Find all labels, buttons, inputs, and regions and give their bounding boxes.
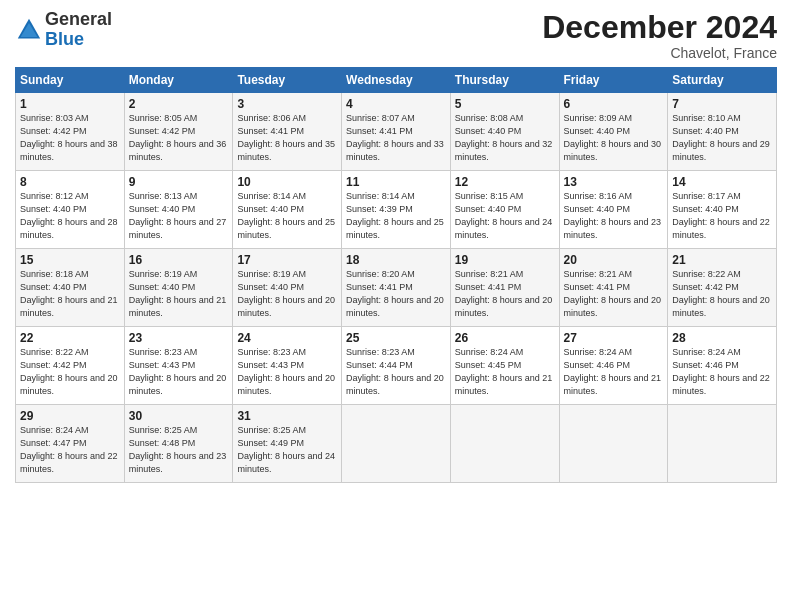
- day-info: Sunrise: 8:21 AM Sunset: 4:41 PM Dayligh…: [455, 268, 555, 320]
- calendar-cell: 13Sunrise: 8:16 AM Sunset: 4:40 PM Dayli…: [559, 171, 668, 249]
- calendar-cell: 11Sunrise: 8:14 AM Sunset: 4:39 PM Dayli…: [342, 171, 451, 249]
- day-info: Sunrise: 8:25 AM Sunset: 4:49 PM Dayligh…: [237, 424, 337, 476]
- calendar-table: Sunday Monday Tuesday Wednesday Thursday…: [15, 67, 777, 483]
- location: Chavelot, France: [542, 45, 777, 61]
- day-number: 26: [455, 331, 555, 345]
- calendar-cell: [668, 405, 777, 483]
- calendar-cell: 17Sunrise: 8:19 AM Sunset: 4:40 PM Dayli…: [233, 249, 342, 327]
- calendar-cell: 1Sunrise: 8:03 AM Sunset: 4:42 PM Daylig…: [16, 93, 125, 171]
- day-number: 21: [672, 253, 772, 267]
- day-number: 31: [237, 409, 337, 423]
- day-number: 13: [564, 175, 664, 189]
- day-number: 27: [564, 331, 664, 345]
- calendar-cell: 3Sunrise: 8:06 AM Sunset: 4:41 PM Daylig…: [233, 93, 342, 171]
- day-number: 11: [346, 175, 446, 189]
- calendar-cell: 5Sunrise: 8:08 AM Sunset: 4:40 PM Daylig…: [450, 93, 559, 171]
- calendar-cell: 28Sunrise: 8:24 AM Sunset: 4:46 PM Dayli…: [668, 327, 777, 405]
- day-number: 10: [237, 175, 337, 189]
- calendar-cell: 18Sunrise: 8:20 AM Sunset: 4:41 PM Dayli…: [342, 249, 451, 327]
- day-number: 28: [672, 331, 772, 345]
- day-info: Sunrise: 8:23 AM Sunset: 4:43 PM Dayligh…: [129, 346, 229, 398]
- day-info: Sunrise: 8:14 AM Sunset: 4:40 PM Dayligh…: [237, 190, 337, 242]
- calendar-cell: [450, 405, 559, 483]
- day-number: 19: [455, 253, 555, 267]
- day-number: 16: [129, 253, 229, 267]
- day-number: 29: [20, 409, 120, 423]
- calendar-cell: 26Sunrise: 8:24 AM Sunset: 4:45 PM Dayli…: [450, 327, 559, 405]
- col-friday: Friday: [559, 68, 668, 93]
- day-info: Sunrise: 8:09 AM Sunset: 4:40 PM Dayligh…: [564, 112, 664, 164]
- col-sunday: Sunday: [16, 68, 125, 93]
- day-number: 7: [672, 97, 772, 111]
- calendar-cell: 22Sunrise: 8:22 AM Sunset: 4:42 PM Dayli…: [16, 327, 125, 405]
- calendar-cell: 24Sunrise: 8:23 AM Sunset: 4:43 PM Dayli…: [233, 327, 342, 405]
- day-number: 23: [129, 331, 229, 345]
- calendar-cell: 29Sunrise: 8:24 AM Sunset: 4:47 PM Dayli…: [16, 405, 125, 483]
- calendar-cell: 14Sunrise: 8:17 AM Sunset: 4:40 PM Dayli…: [668, 171, 777, 249]
- day-info: Sunrise: 8:24 AM Sunset: 4:46 PM Dayligh…: [672, 346, 772, 398]
- header-row: Sunday Monday Tuesday Wednesday Thursday…: [16, 68, 777, 93]
- day-info: Sunrise: 8:14 AM Sunset: 4:39 PM Dayligh…: [346, 190, 446, 242]
- week-row-3: 22Sunrise: 8:22 AM Sunset: 4:42 PM Dayli…: [16, 327, 777, 405]
- calendar-cell: 19Sunrise: 8:21 AM Sunset: 4:41 PM Dayli…: [450, 249, 559, 327]
- day-info: Sunrise: 8:08 AM Sunset: 4:40 PM Dayligh…: [455, 112, 555, 164]
- title-block: December 2024 Chavelot, France: [542, 10, 777, 61]
- calendar-cell: 9Sunrise: 8:13 AM Sunset: 4:40 PM Daylig…: [124, 171, 233, 249]
- col-saturday: Saturday: [668, 68, 777, 93]
- calendar-cell: 27Sunrise: 8:24 AM Sunset: 4:46 PM Dayli…: [559, 327, 668, 405]
- day-number: 9: [129, 175, 229, 189]
- day-number: 1: [20, 97, 120, 111]
- month-title: December 2024: [542, 10, 777, 45]
- logo: General Blue: [15, 10, 112, 50]
- day-number: 25: [346, 331, 446, 345]
- day-info: Sunrise: 8:12 AM Sunset: 4:40 PM Dayligh…: [20, 190, 120, 242]
- day-info: Sunrise: 8:07 AM Sunset: 4:41 PM Dayligh…: [346, 112, 446, 164]
- day-info: Sunrise: 8:18 AM Sunset: 4:40 PM Dayligh…: [20, 268, 120, 320]
- day-number: 22: [20, 331, 120, 345]
- week-row-0: 1Sunrise: 8:03 AM Sunset: 4:42 PM Daylig…: [16, 93, 777, 171]
- day-info: Sunrise: 8:06 AM Sunset: 4:41 PM Dayligh…: [237, 112, 337, 164]
- calendar-cell: 20Sunrise: 8:21 AM Sunset: 4:41 PM Dayli…: [559, 249, 668, 327]
- calendar-cell: 30Sunrise: 8:25 AM Sunset: 4:48 PM Dayli…: [124, 405, 233, 483]
- day-info: Sunrise: 8:22 AM Sunset: 4:42 PM Dayligh…: [20, 346, 120, 398]
- day-number: 15: [20, 253, 120, 267]
- logo-icon: [15, 16, 43, 44]
- day-number: 24: [237, 331, 337, 345]
- day-info: Sunrise: 8:20 AM Sunset: 4:41 PM Dayligh…: [346, 268, 446, 320]
- week-row-4: 29Sunrise: 8:24 AM Sunset: 4:47 PM Dayli…: [16, 405, 777, 483]
- calendar-cell: 23Sunrise: 8:23 AM Sunset: 4:43 PM Dayli…: [124, 327, 233, 405]
- day-info: Sunrise: 8:16 AM Sunset: 4:40 PM Dayligh…: [564, 190, 664, 242]
- day-number: 30: [129, 409, 229, 423]
- day-number: 14: [672, 175, 772, 189]
- day-number: 12: [455, 175, 555, 189]
- calendar-cell: 12Sunrise: 8:15 AM Sunset: 4:40 PM Dayli…: [450, 171, 559, 249]
- day-info: Sunrise: 8:19 AM Sunset: 4:40 PM Dayligh…: [129, 268, 229, 320]
- day-number: 5: [455, 97, 555, 111]
- day-info: Sunrise: 8:17 AM Sunset: 4:40 PM Dayligh…: [672, 190, 772, 242]
- calendar-cell: 16Sunrise: 8:19 AM Sunset: 4:40 PM Dayli…: [124, 249, 233, 327]
- day-info: Sunrise: 8:05 AM Sunset: 4:42 PM Dayligh…: [129, 112, 229, 164]
- calendar-cell: 7Sunrise: 8:10 AM Sunset: 4:40 PM Daylig…: [668, 93, 777, 171]
- week-row-2: 15Sunrise: 8:18 AM Sunset: 4:40 PM Dayli…: [16, 249, 777, 327]
- day-info: Sunrise: 8:24 AM Sunset: 4:46 PM Dayligh…: [564, 346, 664, 398]
- day-info: Sunrise: 8:19 AM Sunset: 4:40 PM Dayligh…: [237, 268, 337, 320]
- col-thursday: Thursday: [450, 68, 559, 93]
- calendar-cell: [342, 405, 451, 483]
- day-info: Sunrise: 8:23 AM Sunset: 4:43 PM Dayligh…: [237, 346, 337, 398]
- calendar-cell: [559, 405, 668, 483]
- col-monday: Monday: [124, 68, 233, 93]
- day-info: Sunrise: 8:13 AM Sunset: 4:40 PM Dayligh…: [129, 190, 229, 242]
- page: General Blue December 2024 Chavelot, Fra…: [0, 0, 792, 612]
- calendar-cell: 8Sunrise: 8:12 AM Sunset: 4:40 PM Daylig…: [16, 171, 125, 249]
- day-number: 4: [346, 97, 446, 111]
- day-info: Sunrise: 8:21 AM Sunset: 4:41 PM Dayligh…: [564, 268, 664, 320]
- day-info: Sunrise: 8:24 AM Sunset: 4:47 PM Dayligh…: [20, 424, 120, 476]
- col-wednesday: Wednesday: [342, 68, 451, 93]
- day-number: 8: [20, 175, 120, 189]
- day-info: Sunrise: 8:23 AM Sunset: 4:44 PM Dayligh…: [346, 346, 446, 398]
- day-number: 3: [237, 97, 337, 111]
- week-row-1: 8Sunrise: 8:12 AM Sunset: 4:40 PM Daylig…: [16, 171, 777, 249]
- calendar-cell: 6Sunrise: 8:09 AM Sunset: 4:40 PM Daylig…: [559, 93, 668, 171]
- day-number: 20: [564, 253, 664, 267]
- day-number: 6: [564, 97, 664, 111]
